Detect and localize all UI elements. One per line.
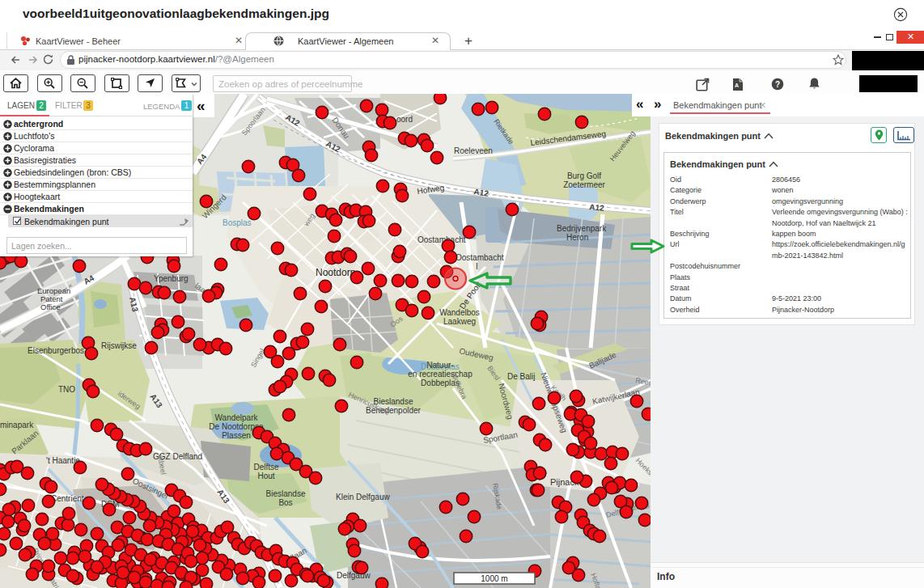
svg-text:Office: Office	[40, 302, 61, 311]
svg-text:Rijswijkse: Rijswijkse	[101, 341, 137, 350]
svg-text:Ypenburg: Ypenburg	[154, 274, 189, 283]
svg-text:en recreatieschap: en recreatieschap	[408, 370, 473, 379]
svg-text:Klein Delfgauw: Klein Delfgauw	[336, 493, 390, 501]
svg-text:Zoetermeer: Zoetermeer	[563, 180, 605, 189]
svg-text:A: A	[735, 82, 739, 88]
svg-text:Centrient: Centrient	[51, 494, 84, 503]
svg-text:Plassen: Plassen	[222, 431, 251, 440]
svg-text:Bedrijvenpark: Bedrijvenpark	[557, 224, 607, 233]
svg-text:Heron: Heron	[566, 233, 588, 242]
svg-text:Wandelbos: Wandelbos	[439, 308, 480, 317]
svg-text:Bieslandse: Bieslandse	[266, 489, 306, 498]
svg-text:Bosplas: Bosplas	[223, 218, 252, 227]
svg-text:Oostambacht: Oostambacht	[417, 235, 466, 244]
svg-text:oord: oord	[396, 115, 413, 124]
svg-text:Laakweg: Laakweg	[443, 317, 476, 326]
svg-text:Hout: Hout	[257, 472, 274, 480]
svg-text:Elsenburgerbos: Elsenburgerbos	[28, 346, 84, 355]
svg-text:Delftse: Delftse	[253, 463, 279, 472]
svg-text:Bos: Bos	[278, 498, 292, 507]
svg-text:Oostambacht: Oostambacht	[456, 253, 504, 262]
svg-text:minapark: minapark	[0, 421, 34, 429]
svg-text:1000 m: 1000 m	[481, 574, 507, 583]
svg-text:Nootdorp: Nootdorp	[316, 267, 356, 278]
svg-text:Wandelpark: Wandelpark	[215, 413, 259, 422]
svg-text:Burg Golf: Burg Golf	[567, 171, 601, 180]
svg-text:TNO: TNO	[58, 385, 75, 394]
svg-text:Natuur-: Natuur-	[426, 361, 453, 370]
svg-text:Roeleveen: Roeleveen	[454, 146, 493, 155]
svg-text:A12: A12	[589, 202, 605, 213]
svg-text:De Balij: De Balij	[507, 372, 535, 381]
svg-text:?: ?	[775, 80, 780, 89]
